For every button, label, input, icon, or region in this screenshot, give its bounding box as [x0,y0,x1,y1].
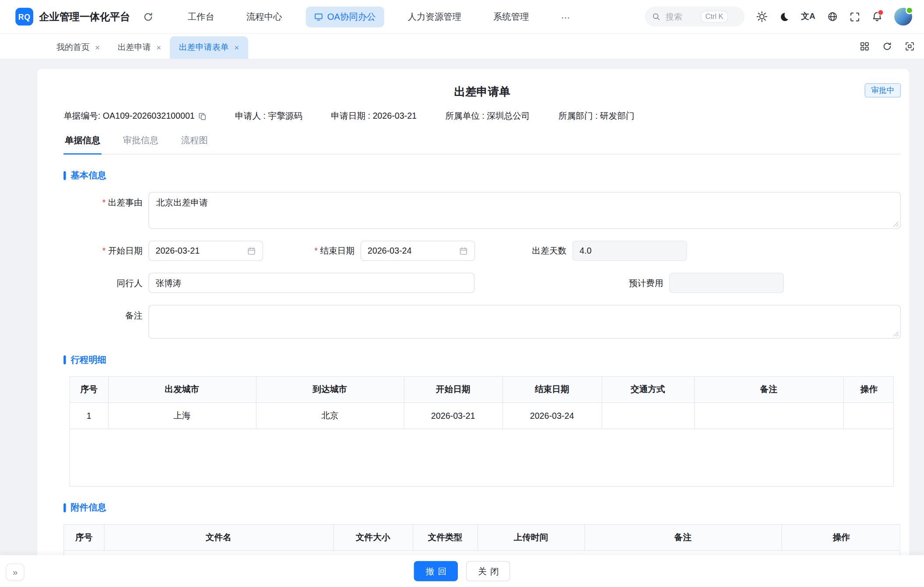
col-departure-city: 出发城市 [108,377,256,403]
menu-item-oa-office[interactable]: OA协同办公 [306,6,384,27]
detail-tabs: 单据信息 审批信息 流程图 [63,135,901,155]
meta-apply-date: 申请日期 : 2026-03-21 [331,110,417,122]
menu-item-workbench[interactable]: 工作台 [179,6,223,27]
table-cell: 2026-03-24 [502,403,602,429]
section-trip-detail: 行程明细 [63,354,901,366]
table-cell [843,403,893,429]
meta-applicant: 申请人 : 宇擎源码 [235,110,302,122]
col-file-size: 文件大小 [333,525,413,551]
col-actions: 操作 [781,525,900,551]
dark-mode-icon[interactable] [779,11,789,21]
trip-detail-table: 序号 出发城市 到达城市 开始日期 结束日期 交通方式 备注 操作 1上海北京2… [70,376,894,487]
col-upload-time: 上传时间 [478,525,584,551]
form-row-remark: 备注 [63,305,901,339]
form-row-dates: 开始日期 2026-03-21 结束日期 2026-03-24 出差天数 4.0 [63,240,901,261]
globe-icon[interactable] [827,11,838,22]
tabbar-actions [860,33,914,60]
trip-days-input[interactable]: 4.0 [573,240,687,261]
col-index: 序号 [64,525,104,551]
menu-item-more[interactable]: ··· [553,7,578,27]
search-shortcut: Ctrl K [701,11,728,22]
form-row-reason: 出差事由 北京出差申请 [63,192,901,229]
brand[interactable]: RQ 企业管理一体化平台 [15,8,130,26]
copy-icon[interactable] [198,112,207,120]
workspace: 出差申请单 审批中 单据编号: OA109-2026032100001 申请人 … [0,60,924,587]
col-remark: 备注 [584,525,781,551]
avatar[interactable] [894,8,912,26]
tab-approval-info[interactable]: 审批信息 [122,135,160,154]
trip-table-header: 序号 出发城市 到达城市 开始日期 结束日期 交通方式 备注 操作 [70,377,894,403]
start-date-input[interactable]: 2026-03-21 [148,240,263,261]
application-window: RQ 企业管理一体化平台 工作台 流程中心 OA协同办公 人力资源管理 系统管理… [0,0,924,587]
reason-textarea[interactable]: 北京出差申请 [148,192,901,229]
table-cell [601,403,694,429]
field-label-days: 出差天数 [475,245,572,257]
meta-company: 所属单位 : 深圳总公司 [445,110,530,122]
section-marker [63,355,66,364]
maximize-content-icon[interactable] [905,42,915,51]
action-footer: 撤回 关闭 [0,555,924,587]
col-remark: 备注 [694,377,843,403]
reload-page-icon[interactable] [882,42,892,51]
refresh-icon[interactable] [143,11,153,21]
table-cell: 北京 [256,403,404,429]
notifications-icon[interactable] [872,11,882,22]
col-actions: 操作 [843,377,893,403]
notification-badge [878,10,884,16]
tab-trip-request[interactable]: 出差申请 × [109,36,170,59]
menu-item-system[interactable]: 系统管理 [485,6,537,27]
app-logo: RQ [15,8,33,26]
more-icon: ··· [561,11,570,21]
app-title: 企业管理一体化平台 [39,10,130,23]
companion-value: 张博涛 [155,277,181,289]
menu-item-label: OA协同办公 [327,11,376,22]
close-icon[interactable]: × [234,43,239,52]
expand-sidebar-icon[interactable]: » [6,563,25,580]
calendar-icon[interactable] [459,246,468,255]
close-icon[interactable]: × [95,43,100,52]
fullscreen-icon[interactable] [850,11,860,21]
trip-request-form-card: 出差申请单 审批中 单据编号: OA109-2026032100001 申请人 … [37,69,909,587]
top-navbar: RQ 企业管理一体化平台 工作台 流程中心 OA协同办公 人力资源管理 系统管理… [0,0,924,33]
grid-layout-icon[interactable] [860,42,869,51]
tab-document-info[interactable]: 单据信息 [63,135,102,155]
table-row: 1上海北京2026-03-212026-03-24 [70,403,894,429]
withdraw-button[interactable]: 撤回 [414,561,458,581]
companion-input[interactable]: 张博涛 [148,273,474,293]
menu-item-hr[interactable]: 人力资源管理 [400,6,470,27]
menu-item-process-center[interactable]: 流程中心 [238,6,290,27]
menu-item-label: 人力资源管理 [408,11,461,22]
tab-trip-request-form[interactable]: 出差申请表单 × [170,36,248,59]
reason-field-wrap: 北京出差申请 [148,192,901,229]
calendar-icon[interactable] [247,246,256,255]
navbar-actions: Ctrl K 文A [645,7,912,27]
field-label-reason: 出差事由 [63,192,148,209]
meta-department: 所属部门 : 研发部门 [559,110,635,122]
meta-text: 申请日期 : 2026-03-21 [331,110,417,122]
remark-field-wrap [148,305,901,339]
remark-textarea[interactable] [148,305,901,339]
meta-text: 单据编号: OA109-2026032100001 [63,110,195,122]
page-title: 出差申请单 [63,85,901,100]
meta-doc-number: 单据编号: OA109-2026032100001 [63,110,207,122]
global-search[interactable]: Ctrl K [645,7,745,27]
col-file-name: 文件名 [104,525,333,551]
close-icon[interactable]: × [156,43,161,52]
section-basic-info: 基本信息 [63,170,901,181]
section-title: 附件信息 [70,502,106,513]
tab-flow-chart[interactable]: 流程图 [180,135,209,154]
table-cell: 1 [70,403,108,429]
settings-icon[interactable] [756,11,767,22]
estimated-cost-input[interactable] [669,273,784,293]
end-date-input[interactable]: 2026-03-24 [361,240,475,261]
tab-label: 出差申请表单 [179,42,229,53]
field-label-end-date: 结束日期 [263,245,360,257]
field-label-start-date: 开始日期 [63,245,148,257]
table-cell [694,403,843,429]
main-menu: 工作台 流程中心 OA协同办公 人力资源管理 系统管理 ··· [179,6,578,27]
section-marker [63,503,66,512]
close-button[interactable]: 关闭 [466,561,510,581]
translate-icon[interactable]: 文A [801,11,815,22]
tab-my-home[interactable]: 我的首页 × [48,36,109,59]
search-input[interactable] [664,11,696,22]
